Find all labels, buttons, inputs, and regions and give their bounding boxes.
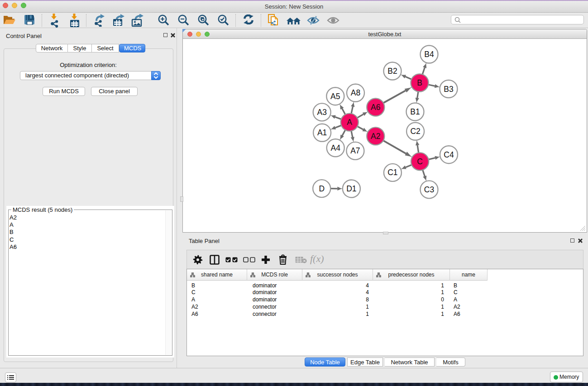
svg-text:B4: B4 (424, 50, 434, 59)
svg-text:C2: C2 (410, 127, 420, 136)
svg-text:A2: A2 (371, 132, 380, 141)
svg-text:B1: B1 (410, 107, 420, 116)
svg-text:C4: C4 (444, 150, 454, 159)
svg-text:C3: C3 (424, 185, 434, 194)
svg-text:A1: A1 (317, 128, 327, 137)
svg-text:C1: C1 (387, 168, 397, 177)
svg-text:A5: A5 (330, 92, 340, 101)
svg-text:C: C (417, 157, 423, 166)
svg-text:A7: A7 (350, 146, 360, 155)
svg-text:D1: D1 (346, 184, 356, 193)
svg-text:A3: A3 (317, 108, 326, 117)
svg-text:B: B (417, 78, 422, 87)
svg-text:A4: A4 (330, 143, 340, 152)
svg-text:B3: B3 (444, 85, 453, 94)
svg-text:D: D (319, 184, 325, 193)
svg-text:A8: A8 (351, 88, 360, 97)
svg-text:A: A (347, 118, 352, 127)
svg-text:B2: B2 (387, 67, 397, 76)
svg-text:A6: A6 (371, 103, 380, 112)
